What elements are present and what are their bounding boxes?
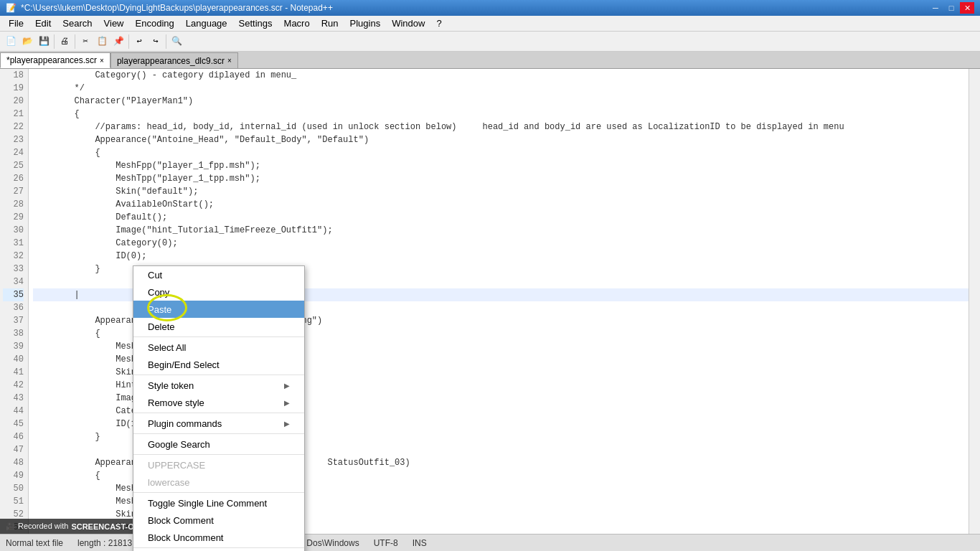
line-num-25: 25 bbox=[3, 159, 24, 172]
code-line-18[interactable]: Category() - category diplayed in menu_ bbox=[33, 69, 969, 82]
code-line-22[interactable]: //params: head_id, body_id, internal_id … bbox=[33, 121, 969, 133]
undo-button[interactable]: ↩ bbox=[131, 34, 147, 50]
menu-item-encoding[interactable]: Encoding bbox=[130, 16, 180, 32]
redo-button[interactable]: ↪ bbox=[148, 34, 164, 50]
ctx-item-toggle-single-line-comment[interactable]: Toggle Single Line Comment bbox=[133, 494, 304, 512]
toolbar-sep-2 bbox=[75, 34, 75, 49]
ctx-separator-21 bbox=[133, 547, 304, 548]
ctx-label: Remove style bbox=[148, 397, 204, 408]
ctx-item-copy[interactable]: Copy bbox=[133, 283, 304, 301]
code-line-26[interactable]: MeshTpp("player_1_tpp.msh"); bbox=[33, 172, 969, 185]
tab-0[interactable]: *playerappearances.scr× bbox=[0, 52, 110, 68]
copy-button[interactable]: 📋 bbox=[94, 34, 110, 50]
tab-close-1[interactable]: × bbox=[227, 57, 232, 65]
line-num-29: 29 bbox=[3, 211, 24, 224]
cut-button[interactable]: ✂ bbox=[77, 34, 93, 50]
menu-item-view[interactable]: View bbox=[98, 16, 130, 32]
ctx-separator-17 bbox=[133, 492, 304, 493]
titlebar-controls: ─ □ ✕ bbox=[928, 2, 974, 14]
minimize-button[interactable]: ─ bbox=[928, 2, 943, 14]
vertical-scrollbar[interactable] bbox=[969, 69, 980, 534]
titlebar-left: 📝 *C:\Users\lukem\Desktop\DyingLightBack… bbox=[6, 3, 333, 13]
code-line-27[interactable]: Skin("default"); bbox=[33, 185, 969, 198]
ctx-separator-4 bbox=[133, 336, 304, 337]
submenu-arrow-icon: ▶ bbox=[284, 382, 290, 390]
ctx-item-paste[interactable]: Paste bbox=[133, 301, 304, 318]
line-num-42: 42 bbox=[3, 379, 24, 392]
line-num-21: 21 bbox=[3, 108, 24, 121]
line-num-46: 46 bbox=[3, 430, 24, 443]
line-num-39: 39 bbox=[3, 340, 24, 353]
menu-item-search[interactable]: Search bbox=[57, 16, 98, 32]
tab-1[interactable]: playerappearances_dlc9.scr× bbox=[110, 52, 238, 68]
ctx-item-uppercase: UPPERCASE bbox=[133, 456, 304, 474]
line-num-41: 41 bbox=[3, 366, 24, 379]
ctx-item-delete[interactable]: Delete bbox=[133, 318, 304, 335]
ctx-item-cut[interactable]: Cut bbox=[133, 266, 304, 283]
line-num-34: 34 bbox=[3, 276, 24, 288]
code-line-30[interactable]: Image("hint_Tutorial_TimeFreeze_Outfit1"… bbox=[33, 224, 969, 237]
menu-item-plugins[interactable]: Plugins bbox=[344, 16, 387, 32]
open-button[interactable]: 📂 bbox=[19, 34, 35, 50]
line-numbers: 1819202122232425262728293031323334353637… bbox=[0, 69, 29, 534]
menu-item-macro[interactable]: Macro bbox=[278, 16, 316, 32]
menu-item-?[interactable]: ? bbox=[430, 16, 447, 32]
code-line-20[interactable]: Character("PlayerMan1") bbox=[33, 95, 969, 108]
ctx-label: Block Comment bbox=[148, 515, 214, 526]
find-button[interactable]: 🔍 bbox=[169, 34, 184, 50]
line-num-43: 43 bbox=[3, 392, 24, 405]
file-type-status: Normal text file bbox=[6, 538, 63, 548]
line-num-28: 28 bbox=[3, 198, 24, 211]
menu-item-window[interactable]: Window bbox=[386, 16, 430, 32]
line-num-19: 19 bbox=[3, 82, 24, 95]
ctx-item-select-all[interactable]: Select All bbox=[133, 339, 304, 356]
ctx-label: Select All bbox=[148, 342, 186, 353]
print-button[interactable]: 🖨 bbox=[57, 34, 72, 50]
code-line-24[interactable]: { bbox=[33, 146, 969, 159]
line-num-30: 30 bbox=[3, 224, 24, 237]
code-line-29[interactable]: Default(); bbox=[33, 211, 969, 224]
paste-button[interactable]: 📌 bbox=[110, 34, 126, 50]
tabbar: *playerappearances.scr×playerappearances… bbox=[0, 52, 980, 69]
code-line-32[interactable]: ID(0); bbox=[33, 250, 969, 263]
tab-close-0[interactable]: × bbox=[100, 57, 104, 65]
ctx-label: Toggle Single Line Comment bbox=[148, 498, 267, 509]
menu-item-run[interactable]: Run bbox=[316, 16, 344, 32]
new-button[interactable]: 📄 bbox=[3, 34, 19, 50]
menu-item-file[interactable]: File bbox=[3, 16, 29, 32]
line-num-22: 22 bbox=[3, 121, 24, 133]
save-button[interactable]: 💾 bbox=[36, 34, 52, 50]
ctx-item-begin/end-select[interactable]: Begin/End Select bbox=[133, 356, 304, 373]
line-num-26: 26 bbox=[3, 172, 24, 185]
screencast-text: 🎥 Recorded with bbox=[6, 522, 68, 531]
ctx-label: lowercase bbox=[148, 477, 190, 488]
code-line-21[interactable]: { bbox=[33, 108, 969, 121]
ctx-item-lowercase: lowercase bbox=[133, 474, 304, 491]
menu-item-edit[interactable]: Edit bbox=[29, 16, 57, 32]
ctx-label: Paste bbox=[148, 304, 171, 315]
context-menu: CutCopyPasteDeleteSelect AllBegin/End Se… bbox=[133, 265, 305, 551]
code-line-31[interactable]: Category(0); bbox=[33, 237, 969, 250]
ctx-item-google-search[interactable]: Google Search bbox=[133, 435, 304, 453]
ctx-item-style-token[interactable]: Style token▶ bbox=[133, 377, 304, 394]
code-line-19[interactable]: */ bbox=[33, 82, 969, 95]
titlebar: 📝 *C:\Users\lukem\Desktop\DyingLightBack… bbox=[0, 0, 980, 16]
maximize-button[interactable]: □ bbox=[944, 2, 958, 14]
menu-item-language[interactable]: Language bbox=[180, 16, 233, 32]
ctx-item-block-uncomment[interactable]: Block Uncomment bbox=[133, 529, 304, 546]
menu-item-settings[interactable]: Settings bbox=[233, 16, 278, 32]
line-num-44: 44 bbox=[3, 405, 24, 418]
ctx-item-block-comment[interactable]: Block Comment bbox=[133, 512, 304, 529]
line-num-23: 23 bbox=[3, 133, 24, 146]
ctx-label: Plugin commands bbox=[148, 418, 222, 429]
ins-status: INS bbox=[413, 538, 427, 548]
code-line-28[interactable]: AvailableOnStart(); bbox=[33, 198, 969, 211]
code-line-23[interactable]: Appearance("Antoine_Head", "Default_Body… bbox=[33, 133, 969, 146]
close-button[interactable]: ✕ bbox=[960, 2, 974, 14]
line-num-47: 47 bbox=[3, 443, 24, 456]
ctx-item-plugin-commands[interactable]: Plugin commands▶ bbox=[133, 415, 304, 432]
ctx-label: Copy bbox=[148, 287, 169, 298]
ctx-item-remove-style[interactable]: Remove style▶ bbox=[133, 394, 304, 411]
code-line-25[interactable]: MeshFpp("player_1_fpp.msh"); bbox=[33, 159, 969, 172]
submenu-arrow-icon: ▶ bbox=[284, 399, 290, 407]
